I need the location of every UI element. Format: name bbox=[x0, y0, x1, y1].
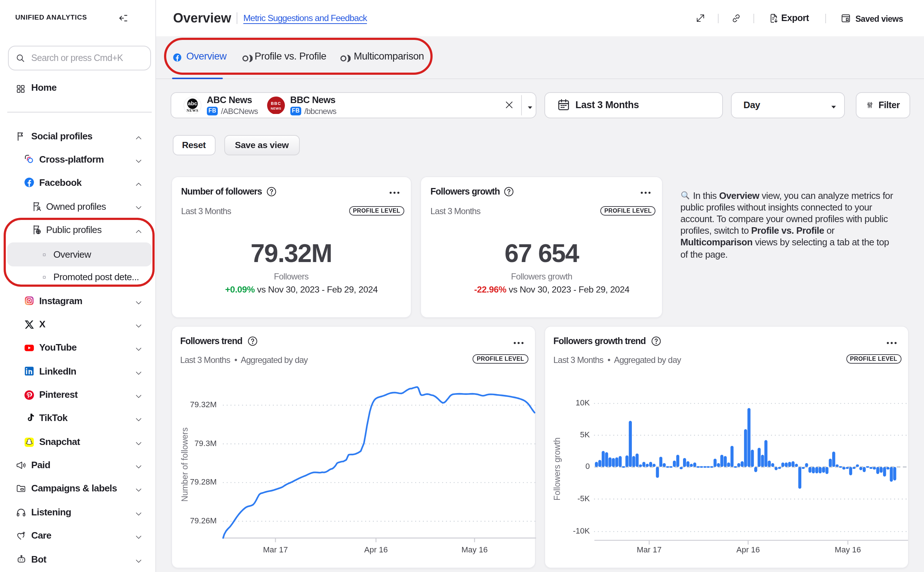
svg-text:79.3M: 79.3M bbox=[194, 439, 216, 448]
svg-text:5K: 5K bbox=[580, 430, 590, 439]
svg-text:Apr 16: Apr 16 bbox=[736, 545, 759, 554]
svg-text:Followers growth: Followers growth bbox=[552, 437, 561, 500]
svg-text:NEWS: NEWS bbox=[271, 106, 281, 110]
svg-text:Mar 17: Mar 17 bbox=[637, 545, 661, 554]
svg-text:-5K: -5K bbox=[577, 494, 590, 503]
svg-text:Mar 17: Mar 17 bbox=[263, 545, 287, 554]
svg-text:May 16: May 16 bbox=[461, 545, 488, 554]
svg-text:-10K: -10K bbox=[573, 527, 590, 536]
svg-text:May 16: May 16 bbox=[834, 545, 860, 554]
svg-text:79.28M: 79.28M bbox=[190, 478, 216, 487]
svg-text:0: 0 bbox=[585, 462, 589, 471]
svg-text:79.26M: 79.26M bbox=[190, 516, 216, 525]
svg-text:Apr 16: Apr 16 bbox=[364, 545, 388, 554]
svg-text:10K: 10K bbox=[575, 398, 589, 407]
svg-text:NEWS: NEWS bbox=[187, 108, 199, 112]
svg-text:Number of followers: Number of followers bbox=[180, 427, 189, 502]
svg-text:79.32M: 79.32M bbox=[190, 400, 216, 409]
svg-text:abc: abc bbox=[188, 101, 197, 106]
svg-text:BBC: BBC bbox=[271, 101, 281, 105]
